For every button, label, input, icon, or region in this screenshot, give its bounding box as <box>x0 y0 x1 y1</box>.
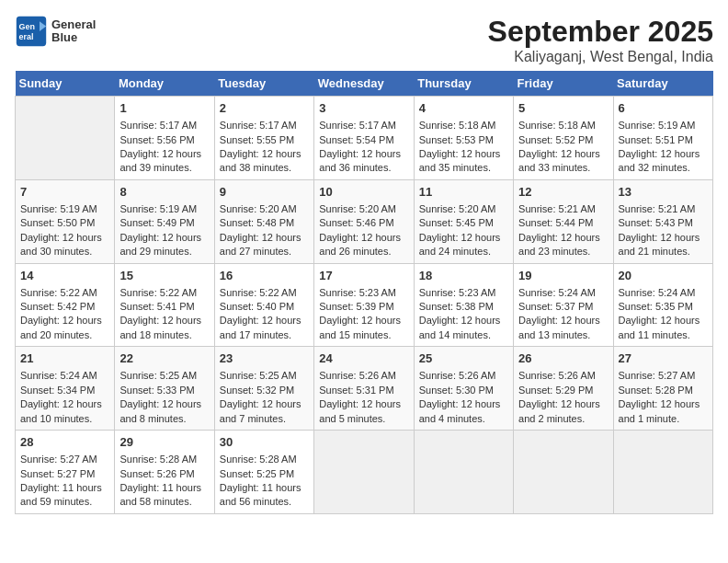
calendar-cell: 16Sunrise: 5:22 AMSunset: 5:40 PMDayligh… <box>214 263 313 347</box>
svg-text:Gen: Gen <box>19 22 36 31</box>
day-info: Sunset: 5:34 PM <box>20 384 109 397</box>
day-info: Daylight: 12 hours <box>119 231 209 245</box>
day-info: Daylight: 12 hours <box>220 397 309 411</box>
weekday-header-friday: Friday <box>514 71 613 97</box>
day-info: and 59 minutes. <box>20 495 109 509</box>
day-info: Sunset: 5:44 PM <box>518 216 608 230</box>
day-info: Daylight: 12 hours <box>319 314 408 327</box>
calendar-week-3: 14Sunrise: 5:22 AMSunset: 5:42 PMDayligh… <box>16 263 713 347</box>
day-info: Sunset: 5:42 PM <box>20 300 109 314</box>
calendar-cell: 18Sunrise: 5:23 AMSunset: 5:38 PMDayligh… <box>414 263 513 347</box>
day-info: Sunset: 5:45 PM <box>419 216 508 230</box>
day-info: Sunrise: 5:24 AM <box>20 369 109 383</box>
calendar-cell <box>414 431 513 514</box>
calendar-week-1: 1Sunrise: 5:17 AMSunset: 5:56 PMDaylight… <box>16 97 713 180</box>
day-number: 12 <box>518 184 608 201</box>
day-info: Daylight: 12 hours <box>119 147 209 161</box>
day-info: Sunset: 5:25 PM <box>220 467 309 481</box>
calendar-table: SundayMondayTuesdayWednesdayThursdayFrid… <box>15 71 713 514</box>
day-info: Sunrise: 5:26 AM <box>419 369 508 383</box>
calendar-cell <box>613 431 712 514</box>
calendar-cell: 29Sunrise: 5:28 AMSunset: 5:26 PMDayligh… <box>115 431 214 514</box>
day-number: 16 <box>220 268 309 284</box>
day-info: Daylight: 12 hours <box>619 314 708 327</box>
calendar-cell: 15Sunrise: 5:22 AMSunset: 5:41 PMDayligh… <box>115 263 214 347</box>
day-info: Sunset: 5:33 PM <box>119 384 209 397</box>
day-info: Sunrise: 5:27 AM <box>20 453 109 466</box>
day-info: Daylight: 12 hours <box>419 397 508 411</box>
calendar-cell: 20Sunrise: 5:24 AMSunset: 5:35 PMDayligh… <box>613 263 712 347</box>
day-info: Sunset: 5:31 PM <box>319 384 408 397</box>
calendar-cell: 21Sunrise: 5:24 AMSunset: 5:34 PMDayligh… <box>16 347 115 431</box>
day-number: 18 <box>419 268 508 284</box>
day-number: 5 <box>518 100 608 117</box>
calendar-cell: 28Sunrise: 5:27 AMSunset: 5:27 PMDayligh… <box>16 431 115 514</box>
day-info: and 36 minutes. <box>319 161 408 175</box>
day-number: 14 <box>20 268 109 284</box>
day-info: Sunrise: 5:26 AM <box>518 369 608 383</box>
day-info: Sunset: 5:51 PM <box>619 133 708 147</box>
day-info: Sunrise: 5:22 AM <box>220 286 309 300</box>
day-info: and 15 minutes. <box>319 328 408 342</box>
day-number: 29 <box>119 434 209 451</box>
day-info: Sunset: 5:30 PM <box>419 384 508 397</box>
logo-line1: General <box>51 18 96 31</box>
day-info: Sunrise: 5:23 AM <box>419 286 508 300</box>
day-info: Sunrise: 5:17 AM <box>319 119 408 132</box>
day-info: Sunset: 5:39 PM <box>319 300 408 314</box>
calendar-cell: 2Sunrise: 5:17 AMSunset: 5:55 PMDaylight… <box>214 97 313 180</box>
weekday-header-sunday: Sunday <box>16 71 115 97</box>
day-info: Daylight: 11 hours <box>220 481 309 495</box>
day-info: Sunrise: 5:25 AM <box>220 369 309 383</box>
day-info: Sunrise: 5:28 AM <box>220 453 309 466</box>
day-number: 20 <box>619 268 708 284</box>
weekday-header-tuesday: Tuesday <box>214 71 313 97</box>
day-number: 24 <box>319 350 408 367</box>
day-info: and 33 minutes. <box>518 161 608 175</box>
calendar-cell: 6Sunrise: 5:19 AMSunset: 5:51 PMDaylight… <box>613 97 712 180</box>
day-info: and 13 minutes. <box>518 328 608 342</box>
day-info: and 29 minutes. <box>119 245 209 259</box>
day-info: and 20 minutes. <box>20 328 109 342</box>
day-info: Sunset: 5:53 PM <box>419 133 508 147</box>
day-info: Sunrise: 5:19 AM <box>619 119 708 132</box>
day-number: 27 <box>619 350 708 367</box>
day-info: Sunrise: 5:20 AM <box>419 202 508 216</box>
day-info: Daylight: 12 hours <box>619 231 708 245</box>
day-info: Daylight: 11 hours <box>20 481 109 495</box>
page-header: Gen eral General Blue September 2025 Kal… <box>15 15 713 65</box>
day-info: Daylight: 12 hours <box>518 147 608 161</box>
day-info: Sunrise: 5:22 AM <box>20 286 109 300</box>
day-info: and 4 minutes. <box>419 412 508 426</box>
day-info: and 14 minutes. <box>419 328 508 342</box>
calendar-cell: 30Sunrise: 5:28 AMSunset: 5:25 PMDayligh… <box>214 431 313 514</box>
calendar-cell: 5Sunrise: 5:18 AMSunset: 5:52 PMDaylight… <box>514 97 613 180</box>
day-number: 11 <box>419 184 508 201</box>
calendar-week-2: 7Sunrise: 5:19 AMSunset: 5:50 PMDaylight… <box>16 179 713 263</box>
day-info: Sunrise: 5:25 AM <box>119 369 209 383</box>
logo-icon: Gen eral <box>15 15 48 48</box>
subtitle: Kaliyaganj, West Bengal, India <box>488 49 713 65</box>
day-info: Sunset: 5:32 PM <box>220 384 309 397</box>
day-number: 1 <box>119 100 209 117</box>
day-number: 3 <box>319 100 408 117</box>
day-info: Sunrise: 5:28 AM <box>119 453 209 466</box>
day-info: Sunset: 5:49 PM <box>119 216 209 230</box>
day-info: Sunrise: 5:24 AM <box>619 286 708 300</box>
day-info: Daylight: 12 hours <box>419 147 508 161</box>
day-info: Sunset: 5:55 PM <box>220 133 309 147</box>
calendar-cell: 19Sunrise: 5:24 AMSunset: 5:37 PMDayligh… <box>514 263 613 347</box>
day-info: Daylight: 12 hours <box>619 147 708 161</box>
day-info: Sunset: 5:29 PM <box>518 384 608 397</box>
day-info: and 32 minutes. <box>619 161 708 175</box>
day-number: 13 <box>619 184 708 201</box>
calendar-cell: 12Sunrise: 5:21 AMSunset: 5:44 PMDayligh… <box>514 179 613 263</box>
day-info: and 7 minutes. <box>220 412 309 426</box>
calendar-cell: 14Sunrise: 5:22 AMSunset: 5:42 PMDayligh… <box>16 263 115 347</box>
day-number: 23 <box>220 350 309 367</box>
day-info: Sunset: 5:54 PM <box>319 133 408 147</box>
calendar-cell: 7Sunrise: 5:19 AMSunset: 5:50 PMDaylight… <box>16 179 115 263</box>
title-block: September 2025 Kaliyaganj, West Bengal, … <box>488 15 713 65</box>
day-info: Daylight: 12 hours <box>319 147 408 161</box>
day-info: and 2 minutes. <box>518 412 608 426</box>
